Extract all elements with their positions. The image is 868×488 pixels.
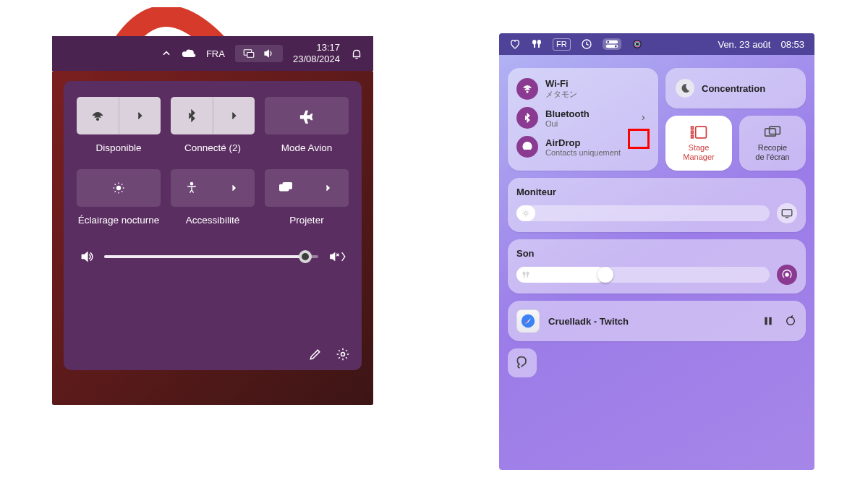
chevron-right-icon[interactable] xyxy=(213,169,255,207)
bluetooth-title: Bluetooth xyxy=(545,108,590,119)
mac-control-center: Wi-Fi メタモン Bluetooth Oui xyxy=(508,68,806,377)
svg-point-1 xyxy=(117,186,121,189)
svg-point-20 xyxy=(527,91,528,93)
moon-icon xyxy=(676,79,694,98)
screen-mirror-button[interactable]: Recopiede l'écran xyxy=(739,116,806,171)
chevron-right-icon[interactable] xyxy=(213,97,255,134)
wifi-tile: Disponible xyxy=(77,97,161,155)
night-light-tile-label: Éclairage nocturne xyxy=(78,214,160,227)
stage-manager-icon xyxy=(689,124,708,140)
svg-rect-24 xyxy=(692,135,694,137)
svg-point-16 xyxy=(614,46,616,48)
next-track-button[interactable] xyxy=(784,315,797,327)
language-menubar[interactable]: FR xyxy=(553,38,571,51)
windows-taskbar: FRA 13:17 23/08/2024 xyxy=(52,36,373,71)
volume-output-icon[interactable] xyxy=(328,249,346,264)
airplane-tile-button[interactable] xyxy=(265,97,349,134)
svg-rect-37 xyxy=(769,317,771,325)
svg-rect-26 xyxy=(765,129,776,136)
brightness-slider[interactable] xyxy=(516,205,770,221)
focus-button[interactable]: Concentration xyxy=(665,68,806,108)
mac-screenshot: FR Ven. 23 août 08:53 xyxy=(499,33,814,470)
airpods-menubar-icon[interactable] xyxy=(531,39,542,49)
accessibility-tile-button[interactable] xyxy=(171,169,255,207)
menubar-app-icon[interactable] xyxy=(509,38,521,50)
focus-label: Concentration xyxy=(702,83,765,94)
bluetooth-sub: Oui xyxy=(545,119,590,128)
project-tile-button[interactable] xyxy=(265,169,349,207)
svg-point-38 xyxy=(787,317,795,325)
wifi-icon xyxy=(77,97,119,134)
svg-point-5 xyxy=(341,353,345,356)
chevron-right-icon[interactable] xyxy=(119,97,161,134)
svg-rect-4 xyxy=(283,182,292,188)
bluetooth-row[interactable]: Bluetooth Oui xyxy=(516,107,650,129)
wifi-title: Wi-Fi xyxy=(545,78,577,89)
media-title: Cruelladk - Twitch xyxy=(548,316,629,327)
svg-rect-31 xyxy=(524,275,525,278)
windows-quick-settings-panel: Disponible Connecté (2) xyxy=(64,81,362,370)
display-brightness-card: Moniteur xyxy=(508,178,806,232)
svg-point-34 xyxy=(786,273,788,276)
sound-card: Son xyxy=(508,239,806,294)
hearing-button[interactable] xyxy=(508,348,537,377)
svg-rect-9 xyxy=(534,43,535,48)
volume-tray-icon xyxy=(263,48,276,59)
wifi-row[interactable]: Wi-Fi メタモン xyxy=(516,78,650,100)
bluetooth-icon xyxy=(516,107,538,129)
sun-icon xyxy=(522,209,530,218)
airpods-slider-icon xyxy=(522,270,530,279)
settings-button[interactable] xyxy=(336,347,350,361)
svg-point-0 xyxy=(97,119,99,121)
accessibility-icon xyxy=(171,169,213,207)
night-light-tile-button[interactable] xyxy=(77,169,161,207)
bluetooth-chevron-icon[interactable] xyxy=(637,111,650,124)
airdrop-sub: Contacts uniquement xyxy=(545,148,621,157)
svg-rect-23 xyxy=(692,131,694,133)
svg-rect-36 xyxy=(765,317,767,325)
taskbar-clock[interactable]: 13:17 23/08/2024 xyxy=(293,42,340,64)
safari-icon xyxy=(516,309,540,333)
pause-button[interactable] xyxy=(762,315,774,327)
bluetooth-tile-button[interactable] xyxy=(171,97,255,134)
mac-menubar: FR Ven. 23 août 08:53 xyxy=(499,33,814,55)
stage-manager-button[interactable]: StageManager xyxy=(665,116,732,171)
airdrop-title: AirDrop xyxy=(545,137,621,148)
project-tile: Projeter xyxy=(265,169,349,227)
tray-overflow-icon[interactable] xyxy=(161,48,171,59)
onedrive-icon[interactable] xyxy=(182,48,196,59)
connectivity-card: Wi-Fi メタモン Bluetooth Oui xyxy=(508,68,658,171)
night-light-icon xyxy=(111,181,126,195)
menubar-date[interactable]: Ven. 23 août xyxy=(718,39,770,50)
svg-point-14 xyxy=(607,41,609,43)
sound-label: Son xyxy=(516,248,797,259)
notifications-icon[interactable] xyxy=(350,47,363,60)
network-icon xyxy=(242,48,255,59)
wifi-tile-button[interactable] xyxy=(77,97,161,134)
volume-slider[interactable] xyxy=(104,255,318,258)
svg-point-28 xyxy=(524,212,527,215)
accessibility-tile: Accessibilité xyxy=(171,169,255,227)
wifi-tile-label: Disponible xyxy=(95,142,141,155)
timemachine-icon[interactable] xyxy=(581,38,592,50)
display-output-button[interactable] xyxy=(777,203,797,223)
siri-icon[interactable] xyxy=(631,38,643,50)
airdrop-row[interactable]: AirDrop Contacts uniquement xyxy=(516,136,650,158)
now-playing-card: Cruelladk - Twitch xyxy=(508,301,806,341)
wifi-sub: メタモン xyxy=(545,89,577,100)
airplane-tile: Mode Avion xyxy=(265,97,349,155)
airplane-tile-label: Mode Avion xyxy=(281,142,332,155)
svg-point-2 xyxy=(190,182,192,184)
display-label: Moniteur xyxy=(516,187,797,197)
chevron-right-icon[interactable] xyxy=(307,169,349,207)
sound-slider[interactable] xyxy=(516,267,770,283)
bluetooth-tile-label: Connecté (2) xyxy=(184,142,241,155)
svg-rect-25 xyxy=(696,127,707,138)
language-indicator[interactable]: FRA xyxy=(206,48,225,59)
control-center-icon[interactable] xyxy=(603,38,621,50)
edit-button[interactable] xyxy=(308,347,323,361)
system-tray[interactable] xyxy=(235,45,283,62)
sound-output-button[interactable] xyxy=(777,265,797,285)
menubar-time[interactable]: 08:53 xyxy=(780,39,804,50)
project-tile-label: Projeter xyxy=(289,214,323,227)
